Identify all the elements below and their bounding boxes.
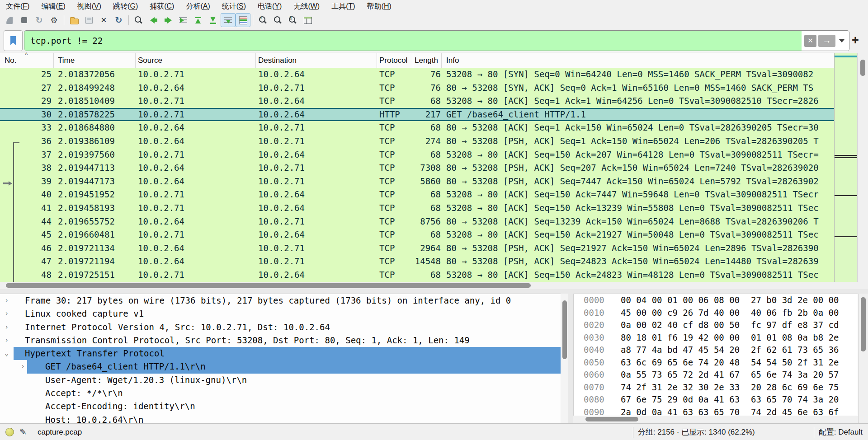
auto-scroll-button[interactable] (221, 13, 236, 27)
hex-row-0000[interactable]: 000000 04 00 01 00 06 08 0027 b0 3d 2e 0… (574, 294, 858, 307)
capture-options-button[interactable] (47, 13, 61, 27)
colorize-button[interactable] (236, 13, 250, 27)
expander-icon[interactable]: › (5, 334, 9, 347)
hex-bytes[interactable]: 63 6c 69 65 6e 74 20 48 (621, 356, 751, 369)
packet-row-36[interactable]: 362.01938610910.0.2.6410.0.2.71TCP27480 … (0, 135, 834, 148)
hex-bytes[interactable]: 74 2d 45 6e 63 6f (751, 406, 839, 417)
filter-bookmark-button[interactable] (4, 30, 23, 51)
packet-list-horizontal-scrollbar[interactable] (0, 282, 868, 289)
hex-row-0080[interactable]: 008067 6e 75 29 0d 0a 41 6363 65 70 74 3… (574, 393, 858, 406)
find-packet-button[interactable] (131, 13, 146, 27)
close-file-button[interactable] (96, 13, 111, 27)
column-header-no[interactable]: No.^ (0, 53, 54, 68)
packet-row-47[interactable]: 472.01972119410.0.2.6410.0.2.71TCP145488… (0, 255, 834, 268)
packet-row-30[interactable]: 302.01857822510.0.2.7110.0.2.64HTTP217GE… (0, 108, 834, 122)
column-header-source[interactable]: Source (136, 53, 256, 68)
packet-row-48[interactable]: 482.01972515110.0.2.7110.0.2.64TCP685320… (0, 268, 834, 282)
hex-bytes[interactable]: 00 04 00 01 00 06 08 00 (621, 294, 751, 307)
scrollbar-handle[interactable] (562, 300, 567, 359)
column-header-destination[interactable]: Destination (256, 53, 377, 68)
hex-bytes[interactable]: fc 97 df e8 37 cd (751, 319, 839, 332)
zoom-original-button[interactable]: 1 (285, 13, 300, 27)
expert-info-icon[interactable] (5, 428, 14, 436)
hex-bytes[interactable]: 20 28 6c 69 6e 75 (751, 381, 839, 394)
restart-capture-button[interactable] (32, 13, 47, 27)
intelligent-scrollbar-minimap[interactable] (834, 53, 857, 282)
packet-row-37[interactable]: 372.01939756010.0.2.7110.0.2.64TCP685320… (0, 148, 834, 162)
menu-item-c[interactable]: 捕获(C) (144, 0, 180, 13)
packet-row-25[interactable]: 252.01837205610.0.2.7110.0.2.64TCP765320… (0, 68, 834, 81)
menu-item-w[interactable]: 无线(W) (288, 0, 326, 13)
packet-row-38[interactable]: 382.01944711310.0.2.6410.0.2.71TCP730880… (0, 161, 834, 175)
go-to-last-button[interactable] (206, 13, 221, 27)
display-filter-input[interactable]: tcp.port != 22 ✕ → (24, 30, 849, 51)
scrollbar-handle[interactable] (585, 417, 638, 421)
pane-splitter[interactable] (0, 289, 868, 294)
filter-expression[interactable]: tcp.port != 22 (24, 31, 802, 51)
hex-row-0040[interactable]: 0040a8 77 4a bd 47 45 54 202f 62 61 73 6… (574, 344, 858, 356)
hex-row-0070[interactable]: 007074 2f 31 2e 32 30 2e 3320 28 6c 69 6… (574, 381, 858, 394)
packet-list-vertical-scrollbar[interactable] (857, 53, 868, 282)
hex-row-0050[interactable]: 005063 6c 69 65 6e 74 20 4854 54 50 2f 3… (574, 356, 858, 369)
expander-icon[interactable]: › (5, 307, 9, 320)
filter-dropdown-chevron-icon[interactable] (839, 39, 844, 45)
hex-bytes[interactable]: 65 6e 74 3a 20 57 (751, 369, 839, 381)
menu-item-v[interactable]: 视图(V) (71, 0, 107, 13)
hex-bytes[interactable]: a8 77 4a bd 47 45 54 20 (621, 344, 751, 356)
packet-row-46[interactable]: 462.01972113410.0.2.6410.0.2.71TCP296480… (0, 242, 834, 255)
expander-icon[interactable]: › (5, 294, 9, 307)
hex-bytes[interactable]: 63 65 70 74 3a 20 (751, 393, 839, 406)
hex-bytes[interactable]: 0a 55 73 65 72 2d 41 67 (621, 369, 751, 381)
zoom-in-button[interactable]: + (255, 13, 270, 27)
detail-row-6[interactable]: User-Agent: Wget/1.20.3 (linux-gnu)\r\n (0, 374, 561, 387)
detail-row-3[interactable]: ›Transmission Control Protocol, Src Port… (0, 334, 561, 347)
column-header-time[interactable]: Time (54, 53, 136, 68)
details-vertical-scrollbar[interactable] (561, 294, 568, 423)
filter-clear-button[interactable]: ✕ (804, 35, 816, 47)
detail-row-4[interactable]: ⌄Hypertext Transfer Protocol (0, 347, 561, 360)
hex-horizontal-scrollbar[interactable] (573, 416, 857, 423)
resize-columns-button[interactable] (300, 13, 315, 27)
packet-row-44[interactable]: 442.01965575210.0.2.6410.0.2.71TCP875680… (0, 215, 834, 229)
hex-row-0010[interactable]: 001045 00 00 c9 26 7d 40 0040 06 fb 2b 0… (574, 307, 858, 319)
packet-row-45[interactable]: 452.01966048110.0.2.7110.0.2.64TCP685320… (0, 228, 834, 242)
start-capture-button[interactable] (2, 13, 17, 27)
detail-row-2[interactable]: ›Internet Protocol Version 4, Src: 10.0.… (0, 321, 561, 334)
hex-bytes[interactable]: 0a 00 02 40 cf d8 00 50 (621, 319, 751, 332)
menu-item-h[interactable]: 帮助(H) (361, 0, 397, 13)
column-header-protocol[interactable]: Protocol (377, 53, 413, 68)
menu-item-e[interactable]: 编辑(E) (35, 0, 71, 13)
hex-bytes[interactable]: 2a 0d 0a 41 63 63 65 70 (621, 406, 751, 417)
hex-bytes[interactable]: 80 18 01 f6 19 42 00 00 (621, 332, 751, 344)
hex-bytes[interactable]: 27 b0 3d 2e 00 00 (751, 294, 839, 307)
menu-item-a[interactable]: 分析(A) (180, 0, 216, 13)
detail-row-1[interactable]: ›Linux cooked capture v1 (0, 307, 561, 320)
packet-row-41[interactable]: 412.01945819310.0.2.7110.0.2.64TCP685320… (0, 201, 834, 215)
scrollbar-handle[interactable] (861, 297, 866, 351)
hex-bytes[interactable]: 74 2f 31 2e 32 30 2e 33 (621, 381, 751, 394)
go-to-packet-button[interactable] (176, 13, 191, 27)
packet-row-39[interactable]: 392.01944717310.0.2.6410.0.2.71TCP586080… (0, 175, 834, 188)
hex-row-0020[interactable]: 00200a 00 02 40 cf d8 00 50fc 97 df e8 3… (574, 319, 858, 332)
expander-icon[interactable]: › (5, 321, 9, 334)
column-header-info[interactable]: Info (442, 53, 857, 68)
menu-item-t[interactable]: 工具(T) (326, 0, 361, 13)
menu-item-g[interactable]: 跳转(G) (107, 0, 144, 13)
detail-row-5[interactable]: ›GET /base64_client HTTP/1.1\r\n (0, 360, 561, 373)
detail-row-8[interactable]: Accept-Encoding: identity\r\n (0, 400, 561, 413)
hex-vertical-scrollbar[interactable] (858, 294, 868, 423)
packet-row-27[interactable]: 272.01849924810.0.2.6410.0.2.71TCP7680 →… (0, 81, 834, 95)
menu-item-f[interactable]: 文件(F) (0, 0, 35, 13)
hex-row-0030[interactable]: 003080 18 01 f6 19 42 00 0001 01 08 0a b… (574, 332, 858, 344)
details-hex-divider[interactable] (568, 294, 573, 423)
packet-row-33[interactable]: 332.01868488010.0.2.6410.0.2.71TCP6880 →… (0, 121, 834, 135)
hex-bytes[interactable]: 40 06 fb 2b 0a 00 (751, 307, 839, 319)
hex-row-0090[interactable]: 00902a 0d 0a 41 63 63 65 7074 2d 45 6e 6… (574, 406, 858, 417)
hex-bytes[interactable]: 2f 62 61 73 65 36 (751, 344, 839, 356)
packet-row-40[interactable]: 402.01945195210.0.2.7110.0.2.64TCP685320… (0, 188, 834, 201)
save-file-button[interactable] (81, 13, 96, 27)
open-file-button[interactable] (66, 13, 81, 27)
zoom-out-button[interactable]: − (270, 13, 285, 27)
column-header-length[interactable]: Length (413, 53, 442, 68)
hex-bytes[interactable]: 67 6e 75 29 0d 0a 41 63 (621, 393, 751, 406)
